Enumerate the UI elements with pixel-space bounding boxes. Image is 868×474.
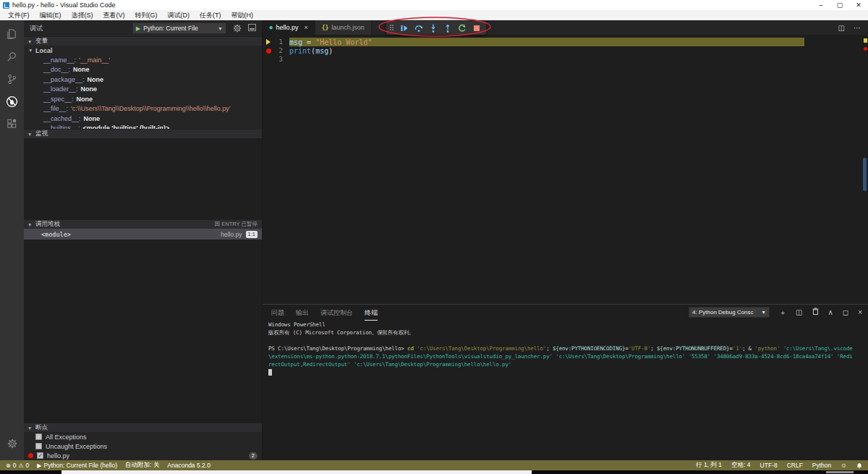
cursor-position-status[interactable]: 行 1, 列 1 xyxy=(696,461,722,470)
terminal-segment: '55358' xyxy=(689,353,714,360)
breakpoint-row[interactable]: Uncaught Exceptions xyxy=(24,441,262,451)
debug-icon[interactable] xyxy=(0,90,24,113)
code-line[interactable]: 2print(msg) xyxy=(263,46,868,55)
indentation-status[interactable]: 空格: 4 xyxy=(731,461,750,470)
problems-status[interactable]: ⊗ 0 ⚠ 0 xyxy=(6,462,29,469)
menu-item[interactable]: 调试(D) xyxy=(163,10,195,20)
menu-item[interactable]: 查看(V) xyxy=(98,10,130,20)
variable-row[interactable]: __loader__:None xyxy=(24,85,262,95)
variable-row[interactable]: __file__:'c:\\Users\\Tang\\Desktop\\Prog… xyxy=(24,104,262,114)
tab-launch.json[interactable]: {}launch.json xyxy=(315,20,372,35)
breakpoints-section-header[interactable]: ▼ 断点 xyxy=(24,423,262,432)
variable-row[interactable]: __doc__:None xyxy=(24,65,262,75)
breakpoint-count-badge: 2 xyxy=(249,452,258,460)
terminal-segment: ; xyxy=(546,345,553,352)
continue-button[interactable] xyxy=(398,22,410,33)
panel-chevron-up-icon[interactable]: ∧ xyxy=(828,307,833,318)
eol-status[interactable]: CRLF xyxy=(787,462,803,469)
tab-close-icon[interactable]: × xyxy=(304,24,307,31)
variable-row[interactable]: __package__:None xyxy=(24,75,262,85)
close-panel-icon[interactable]: × xyxy=(858,307,862,318)
language-mode-status[interactable]: Python xyxy=(812,462,831,469)
settings-gear-icon[interactable] xyxy=(0,432,24,454)
code-editor[interactable]: 1msg = "Hello World"2print(msg)3 xyxy=(263,35,868,304)
variable-value: '__main__' xyxy=(79,56,110,64)
breakpoint-row[interactable]: hello.py2 xyxy=(24,451,262,460)
variables-section-header[interactable]: ▼ 变量 xyxy=(24,36,262,46)
breakpoint-checkbox[interactable] xyxy=(35,443,42,449)
breakpoint-row[interactable]: All Exceptions xyxy=(24,432,262,441)
debug-target-label: Python: Current File (hello) xyxy=(44,462,118,469)
editor-area: ◆hello.py×{}launch.json ◫ ⋯ xyxy=(263,20,868,460)
step-into-button[interactable] xyxy=(427,22,439,33)
panel-tab-输出[interactable]: 输出 xyxy=(296,305,309,320)
split-editor-icon[interactable]: ◫ xyxy=(838,24,845,32)
panel-tab-问题[interactable]: 问题 xyxy=(271,305,284,320)
menu-item[interactable]: 文件(F) xyxy=(3,10,35,20)
breakpoint-checkbox[interactable] xyxy=(35,433,42,440)
stop-button[interactable] xyxy=(470,22,482,33)
kill-terminal-icon[interactable] xyxy=(812,307,819,318)
watch-section-header[interactable]: ▼ 监视 xyxy=(24,129,262,138)
start-debug-icon[interactable]: ▶ xyxy=(136,25,140,32)
breakpoint-checkbox[interactable] xyxy=(37,452,43,459)
variable-row[interactable]: __name__:'__main__' xyxy=(24,55,262,65)
workbench: 调试 ▶ Python: Current File ▼ ▼ 变量 ▼ Local xyxy=(0,20,868,460)
variable-row[interactable]: __spec__:None xyxy=(24,94,262,104)
drag-handle-icon[interactable] xyxy=(390,25,394,31)
panel-tab-终端[interactable]: 终端 xyxy=(365,305,378,321)
auto-attach-status[interactable]: 自动附加: 关 xyxy=(125,461,159,470)
feedback-smiley-icon[interactable]: ☺ xyxy=(841,462,847,469)
search-icon[interactable] xyxy=(0,46,24,68)
notifications-bell-icon[interactable] xyxy=(856,462,862,469)
minimize-icon[interactable]: – xyxy=(812,0,830,10)
anaconda-status[interactable]: Anaconda 5.2.0 xyxy=(167,462,210,469)
code-line[interactable]: 1msg = "Hello World" xyxy=(263,38,868,46)
restart-button[interactable] xyxy=(456,22,468,33)
menu-item[interactable]: 任务(T) xyxy=(195,10,226,20)
source-control-icon[interactable] xyxy=(0,68,24,90)
twistie-icon: ▼ xyxy=(27,132,32,137)
step-out-button[interactable] xyxy=(441,22,454,33)
close-icon[interactable]: ✕ xyxy=(849,0,868,10)
step-over-button[interactable] xyxy=(412,22,425,33)
watch-list xyxy=(24,138,262,219)
call-stack-empty-area xyxy=(24,240,262,423)
json-file-icon: {} xyxy=(322,25,329,31)
more-actions-icon[interactable]: ⋯ xyxy=(854,24,861,32)
menu-item[interactable]: 转到(G) xyxy=(130,10,163,20)
panel-tab-调试控制台[interactable]: 调试控制台 xyxy=(320,305,353,320)
explorer-icon[interactable] xyxy=(0,23,24,46)
variable-row[interactable]: __cached__:None xyxy=(24,114,262,124)
menu-item[interactable]: 帮助(H) xyxy=(226,10,259,20)
encoding-status[interactable]: UTF-8 xyxy=(760,462,778,469)
terminal-segment: 'UTF-8' xyxy=(629,345,651,352)
code-line[interactable]: 3 xyxy=(263,55,868,64)
stack-frame-row[interactable]: <module> hello.py 1:1 xyxy=(24,229,262,240)
terminal-output[interactable]: Windows PowerShell版权所有 (C) Microsoft Cor… xyxy=(268,321,865,460)
gutter-icon-slot[interactable] xyxy=(263,39,274,45)
maximize-panel-icon[interactable]: ◻ xyxy=(843,307,848,318)
maximize-icon[interactable]: ▢ xyxy=(830,0,849,10)
debug-config-dropdown[interactable]: ▶ Python: Current File ▼ xyxy=(132,22,226,34)
variable-row[interactable]: __builtins__:<module 'builtins' (built-i… xyxy=(24,124,262,130)
new-terminal-icon[interactable]: ＋ xyxy=(779,307,786,318)
activity-bar xyxy=(0,20,24,460)
split-terminal-icon[interactable]: ◫ xyxy=(796,307,802,318)
menu-item[interactable]: 编辑(E) xyxy=(35,10,67,20)
gutter-icon-slot[interactable] xyxy=(263,48,274,54)
line-number: 3 xyxy=(274,56,283,63)
extensions-icon[interactable] xyxy=(0,113,24,135)
tab-hello.py[interactable]: ◆hello.py× xyxy=(263,20,315,35)
menu-item[interactable]: 选择(S) xyxy=(67,10,98,20)
python-file-icon: ◆ xyxy=(269,25,273,30)
window-controls: – ▢ ✕ xyxy=(812,0,868,10)
call-stack-section-header[interactable]: ▼ 调用堆栈 因 ENTRY 已暂停 xyxy=(24,219,262,229)
variable-name: __doc__: xyxy=(43,66,70,73)
configure-gear-icon[interactable] xyxy=(233,24,242,34)
editor-scrollbar[interactable] xyxy=(863,158,867,191)
terminal-selector-dropdown[interactable]: 4: Python Debug Consc ▼ xyxy=(689,307,770,318)
debug-target-status[interactable]: ▶ Python: Current File (hello) xyxy=(37,462,117,469)
debug-console-icon[interactable] xyxy=(248,24,256,31)
scope-row-local[interactable]: ▼ Local xyxy=(24,46,262,55)
